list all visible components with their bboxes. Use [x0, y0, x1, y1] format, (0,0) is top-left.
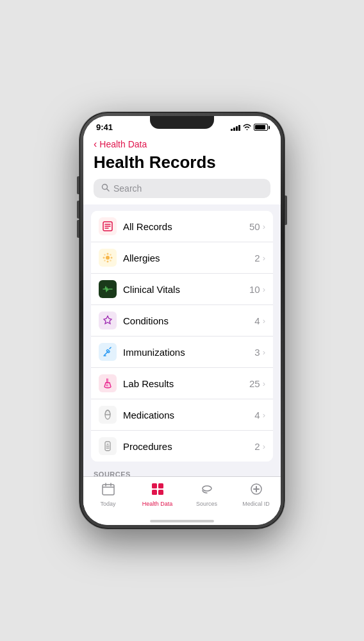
svg-rect-34	[158, 483, 163, 488]
svg-line-17	[110, 347, 111, 349]
procedures-chevron: ›	[263, 442, 265, 451]
health-data-icon	[151, 482, 165, 499]
notch	[150, 116, 214, 129]
immunizations-count: 3	[254, 347, 260, 358]
conditions-label: Conditions	[123, 315, 254, 326]
battery-icon	[254, 124, 268, 131]
procedures-label: Procedures	[123, 441, 254, 452]
svg-point-6	[106, 256, 110, 260]
procedures-count: 2	[254, 441, 260, 452]
phone-frame: 9:41	[79, 112, 285, 529]
list-item[interactable]: Clinical Vitals 10 ›	[91, 274, 273, 305]
vitals-icon	[99, 280, 117, 298]
search-icon	[101, 183, 110, 194]
svg-point-13	[104, 260, 105, 261]
tab-bar: Today Health Data	[83, 476, 281, 520]
allergies-chevron: ›	[263, 253, 265, 263]
today-icon	[101, 482, 115, 499]
tab-today-label: Today	[100, 501, 115, 507]
conditions-count: 4	[254, 315, 260, 326]
medications-chevron: ›	[263, 410, 265, 420]
tab-health-data[interactable]: Health Data	[138, 482, 177, 507]
sources-header: SOURCES	[83, 462, 281, 476]
signal-icon	[231, 124, 240, 131]
list-item[interactable]: All Records 50 ›	[91, 211, 273, 242]
all-records-count: 50	[249, 221, 260, 232]
vitals-count: 10	[249, 284, 260, 295]
svg-point-12	[110, 254, 111, 255]
tab-health-data-label: Health Data	[142, 501, 173, 507]
tab-today[interactable]: Today	[89, 482, 128, 507]
records-list: All Records 50 ›	[91, 211, 273, 462]
medications-count: 4	[254, 410, 260, 420]
lab-count: 25	[249, 378, 260, 389]
search-bar[interactable]: Search	[94, 179, 270, 198]
list-item[interactable]: Allergies 2 ›	[91, 242, 273, 274]
all-records-label: All Records	[123, 221, 249, 232]
list-item[interactable]: Lab Results 25 ›	[91, 368, 273, 399]
immunizations-icon	[99, 343, 117, 361]
svg-rect-35	[152, 490, 157, 495]
page-title: Health Records	[94, 153, 270, 172]
content-scroll[interactable]: ‹ Health Data Health Records Search	[83, 135, 281, 476]
allergies-count: 2	[254, 253, 260, 263]
list-item[interactable]: Immunizations 3 ›	[91, 337, 273, 368]
back-label: Health Data	[99, 139, 147, 149]
svg-rect-36	[158, 490, 163, 495]
phone-screen: 9:41	[83, 116, 281, 525]
list-item[interactable]: Procedures 2 ›	[91, 431, 273, 462]
svg-point-21	[106, 385, 108, 387]
svg-point-7	[107, 253, 109, 255]
status-time: 9:41	[96, 122, 113, 132]
all-records-icon	[99, 217, 117, 235]
medications-label: Medications	[123, 410, 254, 420]
svg-point-8	[107, 261, 109, 263]
svg-point-10	[111, 257, 113, 259]
sources-icon	[200, 482, 214, 499]
conditions-icon	[99, 312, 117, 329]
immunizations-chevron: ›	[263, 347, 265, 357]
tab-sources[interactable]: Sources	[188, 482, 226, 507]
svg-point-11	[104, 254, 105, 255]
bottom-area: Today Health Data	[83, 476, 281, 525]
list-item[interactable]: Conditions 4 ›	[91, 305, 273, 337]
lab-label: Lab Results	[123, 378, 249, 389]
vitals-chevron: ›	[263, 285, 265, 294]
header-section: ‹ Health Data Health Records Search	[83, 135, 281, 204]
status-icons	[231, 124, 268, 131]
svg-rect-29	[103, 485, 114, 495]
tab-sources-label: Sources	[196, 501, 217, 507]
home-indicator	[150, 520, 214, 522]
svg-point-9	[103, 257, 105, 259]
lab-icon	[99, 374, 117, 392]
svg-rect-33	[152, 483, 157, 488]
all-records-chevron: ›	[263, 222, 265, 231]
medical-id-icon	[249, 482, 263, 499]
immunizations-label: Immunizations	[123, 347, 254, 358]
tab-medical-id[interactable]: Medical ID	[237, 482, 276, 507]
back-button[interactable]: ‹ Health Data	[94, 138, 270, 150]
allergies-icon	[99, 249, 117, 267]
svg-point-14	[110, 260, 111, 261]
wifi-icon	[243, 124, 251, 131]
search-placeholder: Search	[113, 183, 142, 194]
back-chevron-icon: ‹	[94, 138, 97, 150]
medications-icon	[99, 406, 117, 424]
lab-chevron: ›	[263, 379, 265, 388]
svg-line-1	[107, 189, 110, 192]
tab-medical-id-label: Medical ID	[242, 501, 270, 507]
list-item[interactable]: Medications 4 ›	[91, 399, 273, 431]
vitals-label: Clinical Vitals	[123, 284, 249, 295]
allergies-label: Allergies	[123, 253, 254, 263]
conditions-chevron: ›	[263, 316, 265, 326]
procedures-icon	[99, 437, 117, 455]
